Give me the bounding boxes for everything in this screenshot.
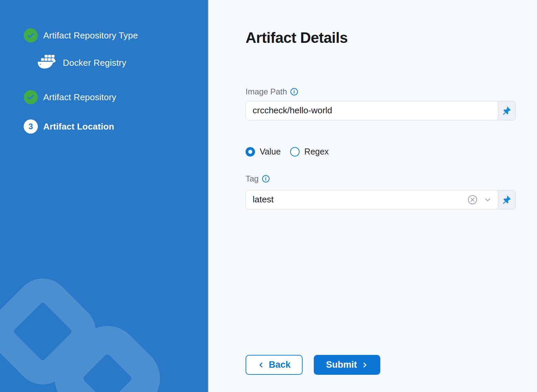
submit-button[interactable]: Submit: [314, 355, 380, 375]
pin-icon: [502, 195, 511, 204]
image-path-input[interactable]: [246, 105, 492, 116]
step-artifact-repository-type[interactable]: Artifact Repository Type: [24, 28, 208, 43]
image-path-input-group: [246, 101, 516, 120]
step-label: Artifact Location: [43, 121, 114, 132]
step-label: Artifact Repository: [43, 92, 116, 103]
tag-input-group: [246, 190, 516, 209]
tag-label-row: Tag i: [246, 174, 516, 184]
pin-button[interactable]: [495, 190, 516, 209]
image-path-label-row: Image Path i: [246, 87, 516, 97]
step-complete-icon: [24, 28, 38, 43]
submit-button-label: Submit: [326, 360, 357, 370]
step-label: Docker Registry: [63, 58, 126, 68]
step-complete-icon: [24, 90, 38, 104]
step-label: Artifact Repository Type: [43, 30, 138, 41]
back-button-label: Back: [269, 360, 291, 370]
wizard-sidebar: Artifact Repository Type: [0, 0, 208, 392]
chevron-right-icon: [361, 361, 368, 369]
step-artifact-location[interactable]: 3 Artifact Location: [24, 119, 208, 134]
radio-unselected-icon: [290, 147, 300, 157]
image-path-label: Image Path: [246, 87, 287, 96]
tag-label: Tag: [246, 174, 259, 184]
match-type-radio-group: Value Regex: [246, 147, 516, 157]
image-path-field: [246, 101, 498, 120]
step-number-badge: 3: [24, 119, 38, 134]
radio-label: Regex: [304, 147, 329, 157]
page-title: Artifact Details: [246, 29, 516, 47]
chevron-down-icon[interactable]: [484, 196, 492, 204]
wizard-actions: Back Submit: [246, 355, 380, 375]
radio-option-value[interactable]: Value: [246, 147, 281, 157]
watermark-ring-top: [0, 267, 107, 392]
radio-selected-icon: [246, 147, 255, 157]
radio-label: Value: [260, 147, 281, 157]
watermark-ring-bottom: [42, 313, 173, 392]
tag-input[interactable]: [246, 194, 467, 205]
chevron-left-icon: [258, 361, 264, 369]
wizard-steps: Artifact Repository Type: [0, 0, 208, 134]
step-docker-registry: Docker Registry: [37, 55, 208, 71]
info-icon[interactable]: i: [262, 175, 270, 183]
back-button[interactable]: Back: [246, 355, 303, 375]
clear-icon[interactable]: [467, 195, 478, 205]
radio-option-regex[interactable]: Regex: [290, 147, 329, 157]
artifact-details-panel: Artifact Details Image Path i Value Rege…: [208, 0, 537, 392]
info-icon[interactable]: i: [290, 88, 298, 95]
pin-button[interactable]: [495, 101, 516, 120]
docker-icon: [37, 55, 58, 71]
step-artifact-repository[interactable]: Artifact Repository: [24, 90, 208, 104]
tag-field: [246, 190, 498, 209]
pin-icon: [502, 106, 511, 115]
